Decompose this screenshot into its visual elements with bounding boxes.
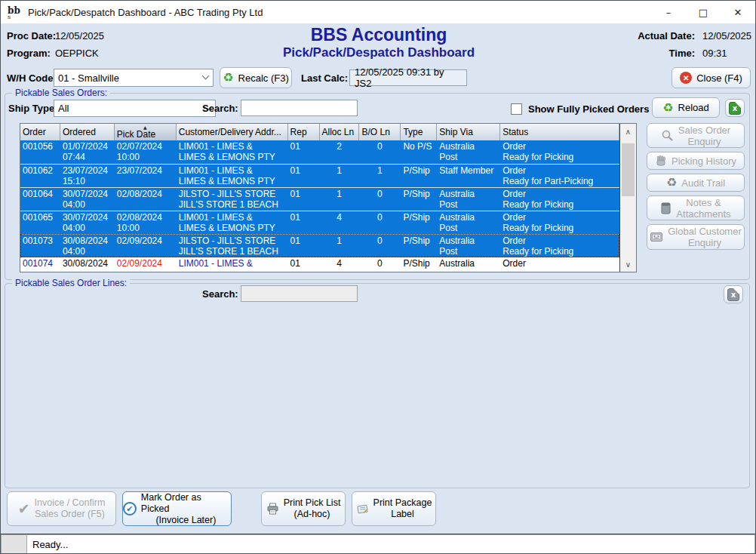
- table-cell: 001056: [20, 140, 60, 164]
- column-header-label: Pick Date: [117, 129, 155, 140]
- button-label: Sales Order (F5): [35, 509, 105, 520]
- table-cell: P/Ship: [401, 188, 437, 211]
- export-lines-excel-button[interactable]: x: [724, 285, 743, 303]
- column-header[interactable]: B/O Ln: [359, 124, 401, 140]
- table-cell: 30/07/202404:00: [60, 211, 115, 234]
- column-header-label: Status: [502, 127, 528, 137]
- show-fully-picked-checkbox[interactable]: [511, 103, 522, 115]
- wh-code-value: 01 - Smallville: [58, 72, 119, 84]
- table-cell: P/Ship: [401, 257, 437, 272]
- actual-date-label: Actual Date:: [619, 30, 695, 42]
- table-cell: LIM001 - LIMES &LIMES & LEMONS PTY: [177, 165, 288, 187]
- column-header[interactable]: Type: [401, 124, 437, 140]
- wh-code-label: W/H Code:: [7, 72, 57, 84]
- column-header[interactable]: Ship Via: [437, 124, 500, 140]
- table-cell: 01: [288, 211, 320, 234]
- recycle-icon: ♻: [666, 177, 677, 189]
- lines-group-title: Pickable Sales Order Lines:: [12, 278, 130, 288]
- orders-search-input[interactable]: [241, 100, 358, 116]
- check-circle-icon: ✔: [123, 502, 137, 516]
- status-bar: Ready...: [1, 534, 755, 554]
- orders-search-label: Search:: [202, 103, 238, 114]
- excel-icon: x: [727, 288, 739, 301]
- table-cell: LIM001 - LIMES &: [177, 257, 288, 272]
- print-pick-list-button[interactable]: Print Pick List(Ad-hoc): [261, 491, 346, 526]
- table-cell: 02/07/202410:00: [115, 140, 177, 164]
- recalc-button[interactable]: ♻ Recalc (F3): [220, 67, 292, 88]
- close-button-label: Close (F4): [696, 72, 742, 84]
- table-cell: 1: [320, 235, 360, 257]
- button-label: Notes &: [686, 197, 721, 208]
- column-header-label: Order: [23, 127, 46, 137]
- excel-icon: x: [729, 102, 741, 115]
- table-cell: 1: [359, 165, 401, 187]
- lines-search-label: Search:: [202, 288, 238, 300]
- reload-button[interactable]: ♻ Reload: [652, 97, 720, 118]
- sales-order-enquiry-button[interactable]: Sales OrderEnquiry: [647, 123, 745, 148]
- column-header[interactable]: Ordered: [60, 124, 115, 140]
- column-header-label: Customer/Delivery Addr...: [179, 127, 281, 137]
- proc-date-label: Proc Date:: [7, 30, 56, 42]
- column-header-label: B/O Ln: [361, 127, 389, 137]
- time-value: 09:31: [702, 48, 727, 59]
- close-icon[interactable]: ✕: [721, 1, 755, 23]
- title-bar: bb s Pick/Pack/Despatch Dashboard - ABC …: [1, 1, 755, 23]
- table-cell: 01: [288, 235, 320, 257]
- table-cell: 2: [320, 140, 360, 164]
- table-cell: LIM001 - LIMES &LIMES & LEMONS PTY: [177, 140, 288, 164]
- table-cell: 02/08/2024: [115, 188, 177, 211]
- minimize-icon[interactable]: –: [651, 1, 686, 23]
- table-cell: OrderReady for Picking: [500, 211, 619, 234]
- table-cell: No P/S: [401, 140, 437, 164]
- table-cell: 30/07/202404:00: [60, 188, 115, 211]
- table-cell: P/Ship: [401, 165, 437, 187]
- scrollbar-thumb[interactable]: [622, 143, 635, 196]
- table-cell: LIM001 - LIMES &LIMES & LEMONS PTY: [177, 211, 288, 234]
- scroll-up-icon[interactable]: ∧: [620, 124, 636, 139]
- orders-table-body: 00105601/07/202407:4402/07/202410:00LIM0…: [20, 140, 619, 272]
- maximize-icon[interactable]: □: [686, 1, 721, 23]
- scroll-down-icon[interactable]: ∨: [620, 257, 636, 272]
- column-header[interactable]: ▲Pick Date: [115, 124, 177, 140]
- table-cell: 0: [359, 257, 401, 272]
- invoice-confirm-button[interactable]: ✔ Invoice / ConfirmSales Order (F5): [7, 491, 116, 526]
- table-row[interactable]: 00106530/07/202404:0002/08/202410:00LIM0…: [20, 211, 619, 234]
- orders-group-title: Pickable Sales Orders:: [12, 88, 110, 98]
- column-header[interactable]: Rep: [288, 124, 320, 140]
- global-customer-enquiry-button[interactable]: Global CustomerEnquiry: [647, 224, 745, 250]
- orders-table-scrollbar[interactable]: ∧ ∨: [619, 124, 636, 272]
- close-window-button[interactable]: ✕ Close (F4): [671, 67, 751, 88]
- table-row[interactable]: 00107330/08/202404:0002/09/2024JILSTO - …: [20, 234, 619, 257]
- time-label: Time:: [619, 48, 695, 59]
- table-cell: P/Ship: [401, 235, 437, 257]
- column-header[interactable]: Status: [500, 124, 619, 140]
- status-cell: [1, 534, 27, 554]
- column-header[interactable]: Alloc Ln: [320, 124, 360, 140]
- mark-order-picked-button[interactable]: ✔ Mark Order as Picked(Invoice Later): [122, 491, 232, 526]
- show-fully-picked-label: Show Fully Picked Orders: [528, 103, 649, 115]
- table-cell: AustraliaPost: [437, 140, 500, 164]
- lines-search-input[interactable]: [241, 285, 358, 302]
- column-header-label: Alloc Ln: [322, 127, 355, 137]
- table-row[interactable]: 00106223/07/202415:1023/07/2024LIM001 - …: [20, 164, 619, 187]
- column-header[interactable]: Order: [20, 124, 60, 140]
- ship-type-select[interactable]: All: [54, 100, 216, 117]
- ship-type-label: Ship Type:: [8, 103, 57, 114]
- table-cell: AustraliaPost: [437, 235, 500, 257]
- table-cell: 0: [359, 235, 401, 257]
- notes-attachments-button[interactable]: Notes &Attachments: [647, 195, 745, 220]
- app-subtitle: Pick/Pack/Despatch Dashboard: [228, 45, 530, 60]
- picking-history-button[interactable]: Picking History: [647, 152, 745, 170]
- export-orders-excel-button[interactable]: x: [725, 99, 745, 117]
- table-cell: P/Ship: [401, 211, 437, 234]
- wh-code-select[interactable]: 01 - Smallville: [54, 69, 214, 87]
- table-row[interactable]: 00106430/07/202404:0002/08/2024JILSTO - …: [20, 187, 619, 211]
- terminal-icon: [650, 232, 663, 243]
- table-cell: 4: [320, 257, 360, 272]
- column-header[interactable]: Customer/Delivery Addr...: [177, 124, 288, 140]
- orders-table: OrderOrdered▲Pick DateCustomer/Delivery …: [20, 123, 637, 272]
- table-row[interactable]: 00105601/07/202407:4402/07/202410:00LIM0…: [20, 140, 619, 164]
- audit-trail-button[interactable]: ♻ Audit Trail: [647, 174, 745, 192]
- print-package-label-button[interactable]: Print PackageLabel: [352, 491, 436, 526]
- table-row[interactable]: 00107430/08/202402/09/2024LIM001 - LIMES…: [20, 257, 619, 272]
